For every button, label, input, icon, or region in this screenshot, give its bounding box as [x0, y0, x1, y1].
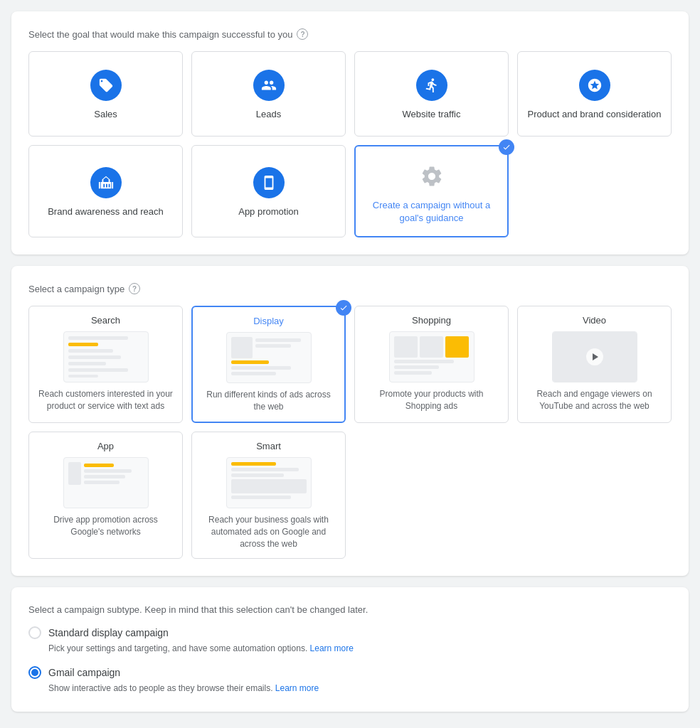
goal-label-brand-awareness: Brand awareness and reach: [48, 205, 164, 218]
goal-card-brand-awareness[interactable]: Brand awareness and reach: [28, 145, 183, 237]
type-card-shopping[interactable]: Shopping Promote your products with Shop…: [354, 306, 509, 423]
sales-icon: [90, 70, 122, 101]
subtype-radio-group: Standard display campaign Pick your sett…: [28, 626, 672, 695]
subtype-standard-label[interactable]: Standard display campaign: [48, 627, 169, 638]
subtype-section: Select a campaign subtype. Keep in mind …: [11, 587, 689, 712]
goal-card-leads[interactable]: Leads: [191, 51, 346, 136]
type-card-display[interactable]: Display Run different kinds of ads acr: [191, 306, 346, 423]
goal-card-product-brand[interactable]: Product and brand consideration: [517, 51, 672, 136]
type-title-app: App: [97, 441, 114, 451]
type-title-display: Display: [253, 316, 284, 326]
type-desc-shopping: Promote your products with Shopping ads: [364, 388, 499, 412]
type-desc-search: Reach customers interested in your produ…: [38, 388, 174, 412]
no-goal-check-badge: [499, 139, 514, 155]
goal-label-product-brand: Product and brand consideration: [528, 108, 662, 121]
subtype-standard-desc: Pick your settings and targeting, and ha…: [48, 642, 672, 655]
subtype-gmail-header: Gmail campaign: [28, 666, 672, 679]
type-card-search[interactable]: Search Reach customers interested in you…: [28, 306, 183, 423]
leads-icon: [253, 70, 285, 101]
app-promotion-icon: [253, 167, 285, 198]
subtype-gmail-radio[interactable]: [28, 666, 41, 679]
type-section-label-text: Select a campaign type: [28, 284, 124, 294]
goal-card-app-promotion[interactable]: App promotion: [191, 145, 346, 237]
type-grid-row1: Search Reach customers interested in you…: [28, 306, 672, 423]
type-desc-app: Drive app promotion across Google's netw…: [38, 514, 174, 538]
goal-label-no-goal: Create a campaign without a goal's guida…: [364, 199, 499, 225]
subtype-gmail-desc: Show interactive ads to people as they b…: [48, 682, 672, 695]
type-illus-video: [552, 331, 637, 382]
subtype-standard-radio[interactable]: [28, 626, 41, 639]
subtype-gmail-learn-more[interactable]: Learn more: [275, 683, 319, 693]
brand-awareness-icon: [90, 167, 122, 198]
type-card-video[interactable]: Video Reach and engage viewers on YouTub…: [517, 306, 672, 423]
type-desc-smart: Reach your business goals with automated…: [201, 514, 336, 550]
product-brand-icon: [579, 70, 610, 101]
type-grid-placeholder-2: [517, 432, 672, 559]
website-traffic-icon: [416, 70, 447, 101]
no-goal-gear-icon: [416, 161, 447, 192]
goal-section-label-text: Select the goal that would make this cam…: [28, 29, 292, 40]
subtype-section-label-text: Select a campaign subtype. Keep in mind …: [28, 604, 368, 615]
type-illus-smart: [226, 457, 312, 508]
goal-help-icon[interactable]: ?: [297, 28, 308, 40]
subtype-standard-learn-more[interactable]: Learn more: [310, 643, 354, 653]
goal-card-sales[interactable]: Sales: [28, 51, 183, 136]
type-desc-video: Reach and engage viewers on YouTube and …: [526, 388, 662, 412]
type-illus-app: [63, 457, 149, 508]
goal-grid: Sales Leads Website traffic Product and …: [28, 51, 672, 237]
type-title-search: Search: [91, 315, 120, 326]
goal-section: Select the goal that would make this cam…: [11, 11, 689, 255]
type-title-smart: Smart: [256, 441, 281, 451]
subtype-standard-header: Standard display campaign: [28, 626, 672, 639]
goal-label-leads: Leads: [256, 108, 281, 121]
type-title-video: Video: [583, 315, 606, 326]
play-button-icon: [586, 348, 603, 365]
display-check-badge: [336, 300, 351, 316]
type-grid-placeholder-1: [354, 432, 509, 559]
goal-label-app-promotion: App promotion: [238, 205, 299, 218]
type-illus-display: [226, 332, 312, 383]
type-illus-shopping: [389, 331, 474, 382]
subtype-gmail-label[interactable]: Gmail campaign: [48, 667, 120, 678]
goal-label-sales: Sales: [94, 108, 117, 121]
goal-card-website-traffic[interactable]: Website traffic: [354, 51, 509, 136]
goal-section-label: Select the goal that would make this cam…: [28, 28, 672, 40]
subtype-standard-item: Standard display campaign Pick your sett…: [28, 626, 672, 655]
type-section: Select a campaign type ? Search Reach cu…: [11, 266, 689, 576]
subtype-gmail-item: Gmail campaign Show interactive ads to p…: [28, 666, 672, 695]
subtype-section-label: Select a campaign subtype. Keep in mind …: [28, 604, 672, 615]
type-help-icon[interactable]: ?: [129, 283, 140, 294]
type-grid-row2: App Drive app promotion across Google's …: [28, 432, 672, 559]
type-card-smart[interactable]: Smart Reach your business goals with aut…: [191, 432, 346, 559]
goal-label-website-traffic: Website traffic: [403, 108, 461, 121]
type-illus-search: [63, 331, 149, 382]
type-title-shopping: Shopping: [412, 315, 451, 326]
type-card-app[interactable]: App Drive app promotion across Google's …: [28, 432, 183, 559]
type-desc-display: Run different kinds of ads across the we…: [201, 389, 336, 413]
goal-card-no-goal[interactable]: Create a campaign without a goal's guida…: [354, 145, 509, 237]
type-section-label: Select a campaign type ?: [28, 283, 672, 294]
